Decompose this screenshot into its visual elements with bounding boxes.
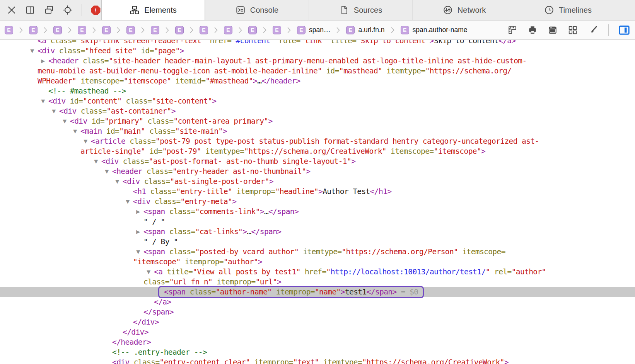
dom-tree-node[interactable]: ▼<header class="entry-header ast-no-thum… — [0, 167, 635, 177]
code-token: "link" — [300, 40, 326, 45]
disclosure-expanded-icon[interactable]: ▼ — [92, 156, 100, 167]
code-token: </div> — [123, 328, 149, 337]
breadcrumb-separator-icon — [214, 27, 218, 33]
error-count-badge[interactable]: ! — [90, 4, 101, 16]
breadcrumb-actions — [507, 24, 630, 36]
disclosure-expanded-icon[interactable]: ▼ — [28, 46, 36, 56]
dom-tree-node[interactable]: ▼<div class="ast-post-format- ast-no-thu… — [0, 156, 635, 167]
disclosure-expanded-icon[interactable]: ▼ — [60, 116, 69, 126]
disclosure-expanded-icon[interactable]: ▼ — [81, 136, 90, 146]
dom-tree-node[interactable]: <!-- .entry-header --> — [0, 347, 635, 357]
disclosure-expanded-icon[interactable]: ▼ — [113, 177, 121, 187]
dom-tree-node[interactable]: ▼<div id="primary" class="content-area p… — [0, 116, 635, 126]
dom-tree-node[interactable]: </header> — [0, 337, 635, 347]
code-token: class= — [165, 207, 195, 216]
breadcrumb-item-element[interactable]: E — [151, 26, 159, 34]
dom-tree-node[interactable]: WPHeader" itemscope="itemscope" itemid="… — [0, 76, 635, 86]
disclosure-expanded-icon[interactable]: ▼ — [102, 167, 111, 177]
dom-tree-node[interactable]: ▶<header class="site-header header-main-… — [0, 56, 635, 66]
dom-tree-node[interactable]: article-single" id="post-79" itemtype="h… — [0, 146, 635, 156]
dom-tree-node[interactable]: ▼<div class="ast-single-post-order"> — [0, 177, 635, 187]
web-inspector-window: { "colors": { "accent_blue": "#1572e6", … — [0, 0, 635, 364]
grid-overlay-icon[interactable] — [567, 25, 578, 36]
breadcrumb-item-a-url-fn-n[interactable]: Ea.url.fn.n — [346, 26, 384, 34]
code-token: class= — [119, 157, 149, 166]
code-token: "site-header header-main-layout-1 ast-pr… — [109, 56, 527, 65]
breadcrumb-item-element[interactable]: E — [224, 26, 232, 34]
disclosure-collapsed-icon[interactable]: ▶ — [134, 207, 142, 217]
dom-tree-node[interactable]: "itemscope" itemprop="author"> — [0, 257, 635, 267]
tab-timelines[interactable]: Timelines — [516, 0, 620, 20]
breadcrumb-item-element[interactable]: E — [273, 26, 281, 34]
disclosure-collapsed-icon[interactable]: ▶ — [39, 56, 47, 66]
dom-tree-node[interactable]: <h1 class="entry-title" itemprop="headli… — [0, 187, 635, 197]
breadcrumb-item-span-author-name[interactable]: Espan.author-name — [401, 26, 468, 34]
code-token: > — [318, 187, 323, 196]
dom-tree-node[interactable]: </div> — [0, 327, 635, 337]
details-sidebar-toggle-icon[interactable] — [619, 25, 630, 36]
dom-tree-node[interactable]: </a> — [0, 297, 635, 307]
dom-tree-selected-node[interactable]: <span class="author-name" itemprop="name… — [0, 287, 635, 297]
code-token: > — [481, 147, 485, 156]
dom-tree-panel[interactable]: <a class="skip-link screen-reader-text" … — [0, 40, 635, 364]
code-token: </span> — [251, 227, 282, 236]
tab-elements[interactable]: Elements — [101, 0, 205, 20]
code-token: itemprop= — [250, 358, 293, 364]
breadcrumb-item-element[interactable]: E — [248, 26, 257, 34]
element-badge: E — [102, 26, 111, 34]
breadcrumb-item-element[interactable]: E — [126, 26, 135, 34]
breadcrumb-item-element[interactable]: E — [175, 26, 184, 34]
ruler-icon[interactable] — [507, 25, 518, 36]
dom-tree-node[interactable]: <a class="skip-link screen-reader-text" … — [0, 40, 635, 46]
disclosure-collapsed-icon[interactable]: ▶ — [134, 227, 142, 237]
tab-network[interactable]: Network — [412, 0, 516, 20]
dom-tree-node[interactable]: " / By " — [0, 237, 635, 247]
code-token: "post-79" — [162, 147, 201, 156]
styles-brush-icon[interactable] — [587, 25, 598, 36]
code-token: class= — [143, 277, 169, 286]
dom-tree-node[interactable]: " / " — [0, 217, 635, 227]
screenshot-icon[interactable] — [547, 25, 558, 36]
dom-tree-node[interactable]: ▼<div class="hfeed site" id="page"> — [0, 46, 635, 56]
breadcrumb-separator-icon — [166, 27, 169, 33]
element-picker-icon[interactable] — [62, 4, 73, 16]
dom-tree-node[interactable]: <div class="entry-content clear" itempro… — [0, 357, 635, 364]
dom-tree-node[interactable]: ▼<div class="entry-meta"> — [0, 197, 635, 207]
dom-tree-node[interactable]: ▼<a title="View all posts by test1" href… — [0, 267, 635, 277]
disclosure-expanded-icon[interactable]: ▼ — [144, 267, 153, 277]
undock-windows-icon[interactable] — [43, 4, 54, 16]
dock-side-icon[interactable] — [25, 4, 36, 16]
disclosure-expanded-icon[interactable]: ▼ — [50, 106, 58, 116]
tab-console[interactable]: Console — [205, 0, 309, 20]
close-icon[interactable] — [6, 4, 17, 16]
breadcrumb-item-element[interactable]: E — [5, 26, 13, 34]
disclosure-expanded-icon[interactable]: ▼ — [39, 96, 47, 106]
dom-tree-node[interactable]: </div> — [0, 317, 635, 327]
dom-tree-node[interactable]: ▼<main id="main" class="site-main"> — [0, 126, 635, 136]
dom-tree-node[interactable]: ▼<article class="post-79 post type-post … — [0, 136, 635, 146]
breadcrumb-item-element[interactable]: E — [78, 26, 86, 34]
dom-tree-node[interactable]: ▶<span class="comments-link">…</span> — [0, 207, 635, 217]
code-token: <div — [38, 46, 55, 55]
dom-tree-node[interactable]: ▼<div class="ast-container"> — [0, 106, 635, 116]
dom-tree-node[interactable]: ▼<span class="posted-by vcard author" it… — [0, 247, 635, 257]
dom-tree-node[interactable]: ▶<span class="cat-links">…</span> — [0, 227, 635, 237]
dom-tree-node[interactable]: </span> — [0, 307, 635, 317]
print-icon[interactable] — [527, 25, 538, 36]
dom-tree-node[interactable]: ▼<div id="content" class="site-content"> — [0, 96, 635, 106]
disclosure-expanded-icon[interactable]: ▼ — [134, 247, 142, 257]
code-token: "headline" — [275, 187, 318, 196]
tab-sources[interactable]: Sources — [309, 0, 412, 20]
code-token: href= — [300, 267, 326, 276]
code-token: "ast-single-post-order" — [170, 177, 269, 186]
breadcrumb-item-element[interactable]: E — [29, 26, 38, 34]
breadcrumb-item-element[interactable]: E — [200, 26, 208, 34]
dom-tree-node[interactable]: <!-- #masthead --> — [0, 86, 635, 96]
dom-tree-node[interactable]: menu-mobile ast-builder-menu-toggle-icon… — [0, 66, 635, 76]
disclosure-expanded-icon[interactable]: ▼ — [123, 197, 132, 207]
breadcrumb-item-span-[interactable]: Espan… — [297, 26, 330, 34]
disclosure-expanded-icon[interactable]: ▼ — [71, 126, 79, 136]
breadcrumb-item-element[interactable]: E — [53, 26, 62, 34]
breadcrumb-item-element[interactable]: E — [102, 26, 111, 34]
code-token: "entry-header ast-no-thumbnail" — [172, 167, 306, 176]
